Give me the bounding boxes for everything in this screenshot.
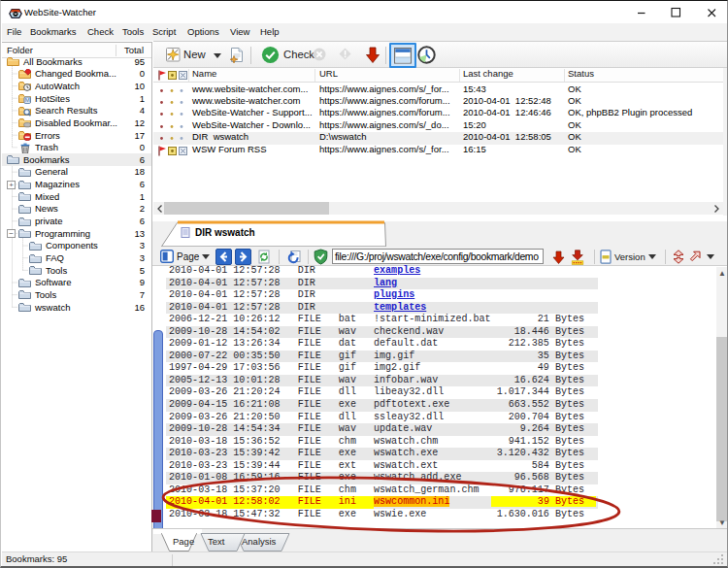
svg-text:M: M — [25, 97, 30, 103]
